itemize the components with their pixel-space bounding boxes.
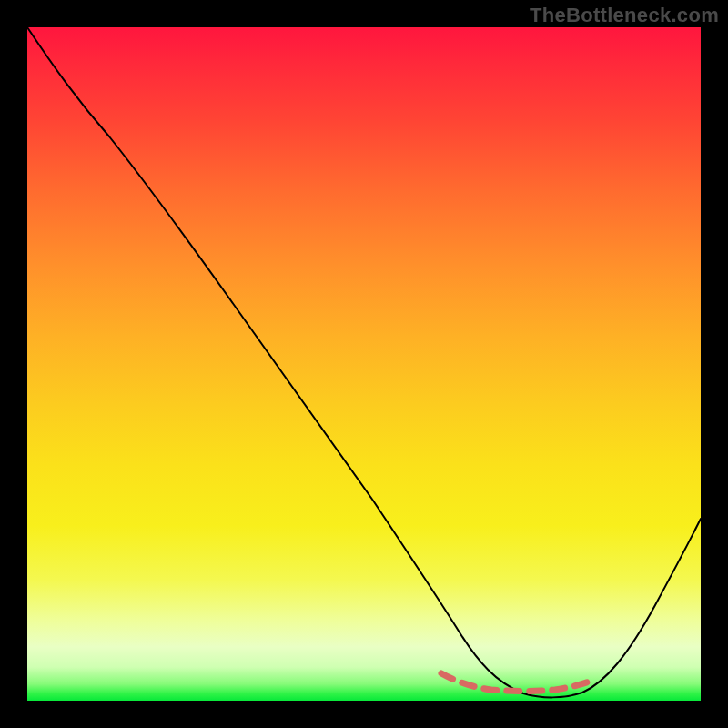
watermark-text: TheBottleneck.com (530, 4, 719, 27)
bottleneck-curve (27, 27, 701, 697)
chart-frame: TheBottleneck.com (0, 0, 728, 728)
plot-area (27, 27, 701, 701)
curve-svg (27, 27, 701, 701)
optimal-range-dashed (441, 673, 592, 692)
